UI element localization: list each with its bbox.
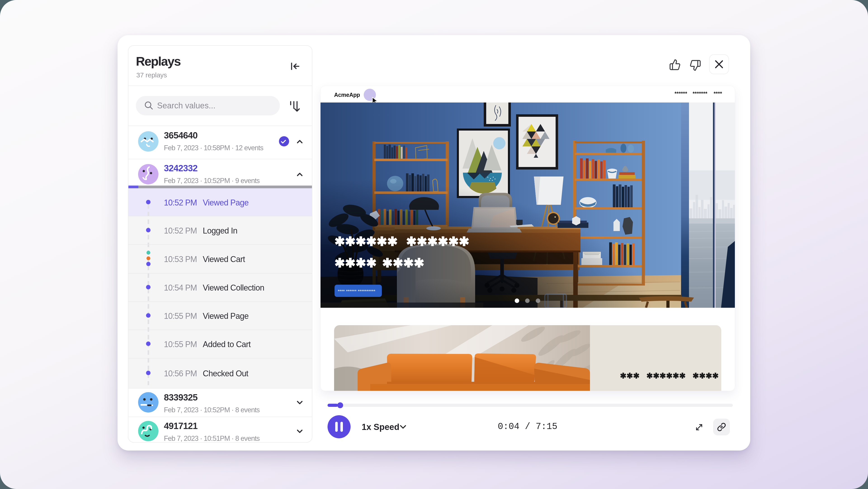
svg-text:**** ****** **********: **** ****** ********** <box>338 289 375 294</box>
svg-text:*******: ******* <box>692 90 708 97</box>
svg-text:******: ****** <box>675 90 687 97</box>
svg-text:****: **** <box>714 90 722 97</box>
